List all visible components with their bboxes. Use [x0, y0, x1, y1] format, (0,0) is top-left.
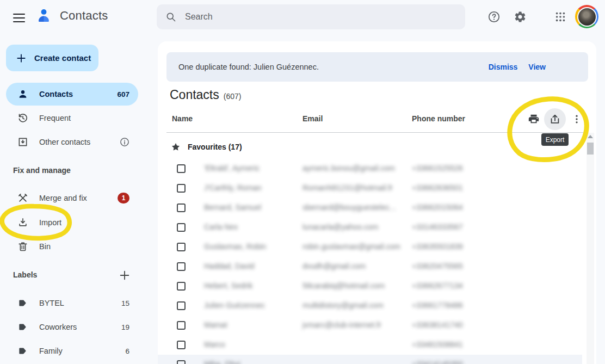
- contact-name: J'Carthly, Roman: [204, 183, 262, 192]
- contact-email: lunacarla@yahoo.com: [302, 223, 379, 231]
- contact-email: dvudh@gmail.com: [302, 262, 366, 270]
- add-label-button[interactable]: [119, 268, 133, 282]
- duplicate-banner: One duplicate found: Julien Guézennec. D…: [166, 52, 588, 82]
- row-checkbox[interactable]: [177, 223, 186, 232]
- contacts-list: 'Eltrald', Aymeric aymeric.bonou@gmail.c…: [158, 159, 582, 364]
- scrollbar-thumb[interactable]: [587, 143, 594, 155]
- sidebar-label-family[interactable]: Family 6: [6, 340, 138, 362]
- search-icon: [165, 11, 176, 22]
- contact-phone: +33620475565: [412, 262, 463, 270]
- sidebar-item-contacts[interactable]: Contacts 607: [6, 83, 138, 106]
- contact-email: jvmarc@club-internet.fr: [302, 320, 381, 329]
- contact-phone: +33481508841: [412, 340, 463, 349]
- history-icon: [17, 113, 28, 124]
- favourites-section: Favourites (17): [171, 142, 242, 152]
- contact-row[interactable]: Mamat jvmarc@club-internet.fr +336381417…: [158, 316, 582, 335]
- help-icon: [487, 10, 501, 23]
- print-button[interactable]: [523, 108, 545, 130]
- dismiss-button[interactable]: Dismiss: [483, 59, 523, 75]
- other-contacts-icon: [17, 137, 28, 147]
- contact-email: aymeric.bonou@gmail.com: [302, 164, 395, 172]
- scrollbar[interactable]: [587, 133, 594, 364]
- row-checkbox[interactable]: [177, 203, 186, 212]
- row-checkbox[interactable]: [177, 341, 186, 349]
- apps-button[interactable]: [553, 9, 568, 24]
- contact-row[interactable]: Bernard, Samuel sbernard@bouyguestelec..…: [158, 198, 582, 218]
- settings-button[interactable]: [513, 9, 528, 24]
- contact-phone: +33662836501: [412, 183, 463, 192]
- sidebar-item-import[interactable]: Import: [6, 211, 138, 234]
- labels-header: Labels: [13, 270, 37, 279]
- sidebar-label-bytel[interactable]: BYTEL 15: [6, 292, 138, 314]
- more-options-button[interactable]: [567, 108, 587, 130]
- sidebar-item-merge-and-fix[interactable]: Merge and fix 1: [6, 187, 138, 209]
- contact-name: 'Eltrald', Aymeric: [204, 164, 260, 172]
- contacts-total-count: (607): [224, 92, 242, 101]
- contact-row[interactable]: Marco +33481508841: [158, 335, 582, 355]
- label-tag-icon: [17, 298, 28, 309]
- contacts-count: 607: [117, 90, 129, 98]
- row-checkbox[interactable]: [177, 164, 186, 173]
- contact-phone: +33635501839: [412, 242, 463, 251]
- export-tooltip: Export: [541, 133, 569, 146]
- row-checkbox[interactable]: [177, 360, 186, 364]
- contact-row[interactable]: Miha, Ohvi +33414145350: [158, 355, 582, 364]
- scroll-up-arrow[interactable]: [588, 135, 593, 138]
- contact-name: Marco: [204, 340, 225, 349]
- row-checkbox[interactable]: [177, 262, 186, 271]
- contact-email: 58carabiq@hotmail.com: [302, 281, 385, 290]
- info-icon[interactable]: [120, 137, 129, 147]
- export-button[interactable]: [544, 108, 566, 130]
- row-checkbox[interactable]: [177, 184, 186, 193]
- contact-row[interactable]: Haddad, David dvudh@gmail.com +336204755…: [158, 257, 582, 276]
- contact-row[interactable]: Julien Guézennec multidistory@gmail.com …: [158, 296, 582, 316]
- contact-row[interactable]: J'Carthly, Roman RomanN91231@hotmail.fr …: [158, 178, 582, 198]
- contact-phone: +33146333567: [412, 223, 463, 231]
- sidebar-label-coworkers[interactable]: Coworkers 19: [6, 316, 138, 338]
- contact-name: Mamat: [204, 320, 227, 329]
- row-checkbox[interactable]: [177, 321, 186, 330]
- contact-row[interactable]: Guslavmax, Robin robin.guslavmax@gmail.c…: [158, 237, 582, 257]
- create-contact-button[interactable]: Create contact: [6, 45, 98, 71]
- contact-phone: +33661778486: [412, 301, 463, 310]
- contact-name: Julien Guézennec: [204, 301, 265, 310]
- sidebar-item-frequent[interactable]: Frequent: [6, 107, 138, 129]
- contact-email: RomanN91231@hotmail.fr: [302, 183, 393, 192]
- import-icon: [17, 217, 28, 228]
- row-checkbox[interactable]: [177, 282, 186, 291]
- search-input[interactable]: [185, 12, 424, 22]
- row-checkbox[interactable]: [177, 243, 186, 251]
- app-title: Contacts: [60, 9, 108, 23]
- search-bar[interactable]: [157, 4, 465, 29]
- export-icon: [549, 113, 561, 125]
- merge-fix-icon: [17, 193, 28, 203]
- contact-row[interactable]: Carla Nex lunacarla@yahoo.com +331463335…: [158, 218, 582, 237]
- label-tag-icon: [17, 322, 28, 332]
- contact-name: Haddad, David: [204, 262, 255, 270]
- more-icon: [571, 114, 582, 125]
- row-checkbox[interactable]: [177, 301, 186, 310]
- view-button[interactable]: View: [523, 59, 551, 75]
- contact-phone: +33662677134: [412, 281, 463, 290]
- topbar: Contacts: [0, 0, 605, 34]
- help-button[interactable]: [486, 9, 502, 24]
- apps-grid-icon: [554, 11, 566, 23]
- gear-icon: [514, 10, 527, 23]
- sidebar-item-other-contacts[interactable]: Other contacts: [6, 131, 138, 153]
- contact-row[interactable]: 'Eltrald', Aymeric aymeric.bonou@gmail.c…: [158, 159, 582, 178]
- contact-name: Carla Nex: [204, 223, 238, 231]
- contact-phone: +33661525526: [412, 164, 463, 172]
- app-logo[interactable]: Contacts: [35, 7, 108, 24]
- contact-row[interactable]: Hebert, Sedrik 58carabiq@hotmail.com +33…: [158, 276, 582, 296]
- star-icon: [171, 142, 181, 152]
- column-header-email: Email: [302, 114, 323, 123]
- header-divider: [166, 132, 583, 133]
- account-avatar[interactable]: [575, 5, 598, 28]
- contact-phone: +33414145350: [412, 360, 463, 364]
- person-icon: [17, 89, 28, 100]
- sidebar-item-bin[interactable]: Bin: [6, 235, 138, 258]
- menu-icon[interactable]: [11, 9, 27, 24]
- column-header-phone: Phone number: [412, 114, 465, 123]
- contact-name: Hebert, Sedrik: [204, 281, 252, 290]
- contacts-main-panel: One duplicate found: Julien Guézennec. D…: [158, 41, 596, 364]
